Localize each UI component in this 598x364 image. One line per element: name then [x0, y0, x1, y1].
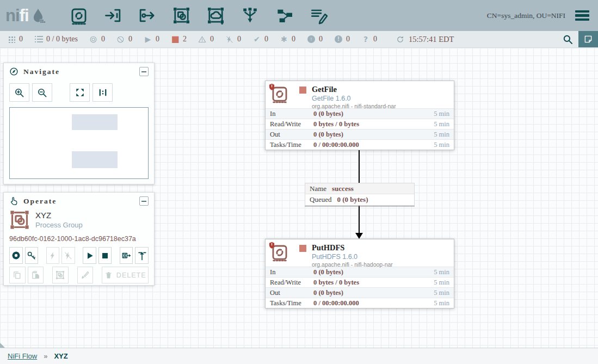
last-refreshed: 15:57:41 EDT — [396, 35, 454, 44]
not-transmitting-icon — [116, 35, 125, 44]
locally-modified-stale-icon: ! — [334, 35, 343, 43]
birdseye-minimap[interactable] — [9, 107, 149, 179]
funnel-icon[interactable] — [241, 6, 260, 26]
processor-getfile[interactable]: GetFile GetFile 1.6.0 org.apache.nifi - … — [265, 81, 454, 150]
stopped-state-square — [299, 245, 306, 252]
zoom-fit-button[interactable] — [70, 83, 90, 102]
stale-icon: ↑ — [307, 35, 316, 43]
navigate-panel: Navigate — [3, 63, 155, 184]
breadcrumb: NiFi Flow » XYZ — [0, 348, 598, 364]
operate-title: Operate — [23, 197, 57, 206]
invalid-icon — [198, 35, 207, 44]
processor-type-version: GetFile 1.6.0 — [312, 95, 449, 102]
trash-icon — [104, 271, 113, 279]
processor-bundle: org.apache.nifi - nifi-hadoop-nar — [312, 261, 449, 268]
stat-row-out: Out 0 (0 bytes) 5 min — [266, 287, 454, 298]
zoom-in-button[interactable] — [9, 83, 29, 102]
connection-queued-row: Queued 0 (0 bytes) — [305, 194, 414, 205]
stat-row-readwrite: Read/Write 0 bytes / 0 bytes 5 min — [266, 119, 454, 129]
group-button[interactable] — [52, 267, 69, 283]
access-policies-button[interactable] — [25, 247, 39, 264]
search-icon[interactable] — [557, 31, 578, 47]
navigate-title: Navigate — [23, 67, 60, 76]
nifi-logo: nifi — [5, 7, 46, 24]
change-color-button[interactable] — [77, 267, 94, 283]
status-queued: 0 / 0 bytes — [34, 35, 78, 44]
processor-name: PutHDFS — [312, 243, 449, 252]
running-icon: ▶ — [144, 35, 152, 43]
global-menu-icon[interactable] — [574, 9, 590, 22]
component-toolbar — [69, 6, 329, 26]
stat-row-in: In 0 (0 bytes) 5 min — [266, 108, 454, 119]
status-stopped: ■ 2 — [171, 35, 187, 44]
zoom-out-button[interactable] — [32, 83, 52, 102]
status-up-to-date: ✔ 0 — [252, 35, 268, 44]
status-sync-failure: ? 0 — [361, 35, 377, 44]
stat-row-tasks: Tasks/Time 0 / 00:00:00.000 5 min — [266, 298, 454, 308]
template-icon[interactable] — [275, 6, 294, 26]
delete-button-label: DELETE — [116, 272, 146, 279]
stat-row-readwrite: Read/Write 0 bytes / 0 bytes 5 min — [266, 277, 454, 287]
collapse-operate-button[interactable] — [139, 196, 149, 206]
last-refreshed-time: 15:57:41 EDT — [409, 35, 454, 44]
refresh-icon[interactable] — [396, 35, 405, 44]
input-port-icon[interactable] — [103, 6, 123, 26]
paste-button[interactable] — [28, 267, 44, 283]
selection-id: 96db60fc-0162-1000-1ac8-dc96718ec37a — [9, 235, 149, 243]
connection-name-row: Name success — [305, 183, 414, 194]
enable-button[interactable] — [46, 247, 60, 264]
processor-name: GetFile — [312, 85, 449, 94]
status-locally-modified: ✱ 0 — [280, 35, 295, 44]
locally-modified-icon: ✱ — [280, 35, 288, 43]
status-transmitting: 0 — [89, 35, 105, 44]
status-active-threads: 0 — [7, 35, 23, 44]
status-locally-modified-stale: ! 0 — [334, 35, 350, 44]
connection-label[interactable]: Name success Queued 0 (0 bytes) — [305, 183, 415, 206]
start-button[interactable] — [83, 247, 96, 264]
transmitting-icon — [89, 35, 98, 44]
breadcrumb-root-link[interactable]: NiFi Flow — [8, 352, 37, 360]
create-template-button[interactable] — [120, 247, 133, 264]
selection-type: Process Group — [35, 221, 83, 229]
minimap-processor-getfile — [72, 114, 118, 130]
breadcrumb-separator: » — [44, 352, 47, 360]
active-threads-icon — [7, 36, 16, 43]
logo-text-fi: fi — [20, 7, 29, 24]
stopped-state-square — [299, 87, 306, 94]
flow-status-bar: 0 0 / 0 bytes 0 0 ▶ 0 ■ 2 0 0 ✔ 0 ✱ 0 ↑ … — [0, 31, 598, 48]
process-group-icon — [9, 209, 30, 230]
status-invalid: 0 — [198, 35, 214, 44]
stat-row-tasks: Tasks/Time 0 / 00:00:00.000 5 min — [266, 139, 454, 150]
bulletin-board-button[interactable] — [578, 31, 598, 47]
connection-arrowhead-icon — [355, 233, 363, 239]
output-port-icon[interactable] — [138, 6, 157, 26]
zoom-actual-size-button[interactable] — [93, 83, 113, 102]
sync-failure-icon: ? — [361, 35, 370, 43]
flow-canvas[interactable]: GetFile GetFile 1.6.0 org.apache.nifi - … — [0, 48, 598, 348]
status-stale: ↑ 0 — [307, 35, 323, 44]
status-not-transmitting: 0 — [116, 35, 132, 44]
stopped-icon: ■ — [171, 35, 180, 44]
delete-button[interactable]: DELETE — [102, 267, 149, 283]
nifi-droplet-icon — [29, 8, 46, 24]
status-disabled: 0 — [225, 35, 241, 44]
collapse-navigate-button[interactable] — [139, 67, 149, 76]
label-icon[interactable] — [309, 6, 329, 26]
upload-template-button[interactable] — [135, 247, 149, 264]
compass-icon — [9, 67, 19, 76]
up-to-date-icon: ✔ — [252, 35, 261, 43]
stat-row-in: In 0 (0 bytes) 5 min — [266, 267, 454, 277]
processor-puthdfs[interactable]: PutHDFS PutHDFS 1.6.0 org.apache.nifi - … — [265, 239, 454, 309]
configuration-button[interactable] — [9, 247, 23, 264]
copy-button[interactable] — [9, 267, 26, 283]
restricted-shield-icon — [268, 83, 275, 90]
process-group-icon[interactable] — [172, 6, 192, 26]
stat-row-out: Out 0 (0 bytes) 5 min — [266, 129, 454, 139]
breadcrumb-current: XYZ — [54, 352, 67, 360]
remote-process-group-icon[interactable] — [206, 6, 226, 26]
processor-icon[interactable] — [69, 6, 89, 26]
stop-button[interactable] — [98, 247, 112, 264]
queued-icon — [34, 36, 43, 42]
disable-button[interactable] — [61, 247, 75, 264]
status-running: ▶ 0 — [144, 35, 159, 44]
